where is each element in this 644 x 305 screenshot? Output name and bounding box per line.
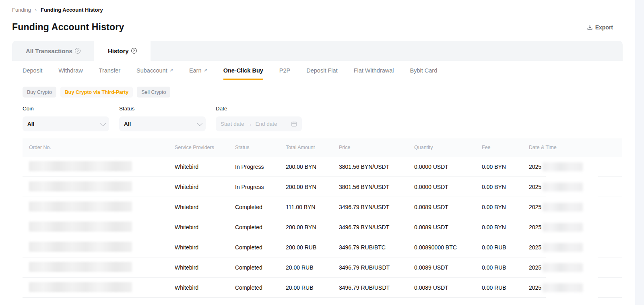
main-tab-strip: All Transactions ? History ?: [12, 41, 623, 61]
export-button[interactable]: Export: [587, 24, 613, 31]
table-column-header: Quantity: [414, 145, 482, 150]
table-column-header: Order No.: [23, 145, 175, 150]
subtab[interactable]: Deposit: [23, 61, 42, 80]
total-amount-cell: 111.00 BYN: [286, 204, 339, 210]
date-range-picker[interactable]: Start date → End date: [216, 116, 302, 131]
main-tab[interactable]: All Transactions ?: [12, 41, 94, 61]
service-provider-cell: Whitebird: [175, 204, 235, 210]
status-cell: In Progress: [235, 164, 286, 170]
subtab[interactable]: P2P: [279, 61, 290, 80]
external-link-icon: ↗: [169, 68, 173, 73]
arrow-right-icon: →: [248, 121, 252, 127]
fee-cell: 0.00 RUB: [482, 284, 529, 291]
breadcrumb-funding-link[interactable]: Funding: [12, 7, 31, 13]
breadcrumb-chevron-icon: ›: [35, 7, 37, 13]
subtab[interactable]: Deposit Fiat: [306, 61, 337, 80]
price-cell: 3496.79 RUB/USDT: [339, 284, 414, 291]
total-amount-cell: 200.00 BYN: [286, 224, 339, 230]
page-title: Funding Account History: [12, 22, 124, 33]
status-filter-label: Status: [119, 106, 206, 112]
help-icon: ?: [75, 48, 80, 54]
fee-cell: 0.00 BYN: [482, 224, 529, 230]
status-cell: Completed: [235, 224, 286, 230]
subtab[interactable]: Earn ↗: [189, 61, 207, 80]
table-row[interactable]: Whitebird Completed 20.00 RUB 3496.79 RU…: [23, 257, 622, 278]
table-column-header: Fee: [482, 145, 529, 150]
quantity-cell: 0.0089 USDT: [414, 284, 482, 291]
coin-filter-label: Coin: [23, 106, 109, 112]
help-icon: ?: [131, 48, 137, 54]
export-label: Export: [595, 24, 613, 31]
table-column-header: Status: [235, 145, 286, 150]
service-provider-cell: Whitebird: [175, 284, 235, 291]
table-row[interactable]: Whitebird Completed 200.00 BYN 3496.79 B…: [23, 217, 622, 237]
quantity-cell: 0.0089 USDT: [414, 204, 482, 210]
subtab[interactable]: Fiat Withdrawal: [354, 61, 394, 80]
redacted-order-no: [29, 222, 132, 232]
table-column-header: Service Providers: [175, 145, 235, 150]
fee-cell: 0.00 RUB: [482, 264, 529, 271]
fee-cell: 0.00 BYN: [482, 164, 529, 170]
table-row[interactable]: Whitebird In Progress 200.00 BYN 3801.56…: [23, 157, 622, 177]
quantity-cell: 0.0089 USDT: [414, 264, 482, 271]
date-time-cell: 2025: [529, 162, 622, 171]
redacted-order-no: [29, 242, 132, 252]
main-tab[interactable]: History ?: [94, 41, 151, 61]
buy-type-pill[interactable]: Buy Crypto via Third-Party: [60, 87, 133, 98]
chevron-down-icon: [100, 120, 106, 126]
redacted-date: [543, 183, 583, 191]
total-amount-cell: 20.00 RUB: [286, 284, 339, 291]
table-column-header: Total Amount: [286, 145, 339, 150]
redacted-date: [543, 203, 583, 212]
subtab[interactable]: Bybit Card: [410, 61, 438, 80]
total-amount-cell: 200.00 BYN: [286, 184, 339, 190]
date-time-cell: 2025: [529, 203, 622, 212]
subtab[interactable]: Subaccount ↗: [136, 61, 173, 80]
page-scroll-gutter[interactable]: [635, 0, 644, 305]
quantity-cell: 0.00890000 BTC: [414, 244, 482, 251]
redacted-order-no: [29, 181, 132, 191]
status-cell: Completed: [235, 284, 286, 291]
order-no-cell: [23, 201, 175, 213]
table-row[interactable]: Whitebird Completed 111.00 BYN 3496.79 B…: [23, 197, 622, 217]
redacted-date: [543, 223, 583, 232]
status-cell: Completed: [235, 264, 286, 271]
breadcrumb-current: Funding Account History: [41, 7, 103, 13]
service-provider-cell: Whitebird: [175, 244, 235, 251]
status-cell: Completed: [235, 204, 286, 210]
buy-type-pill[interactable]: Buy Crypto: [23, 87, 56, 98]
price-cell: 3496.79 BYN/USDT: [339, 224, 414, 230]
order-no-cell: [23, 262, 175, 273]
table-header-row: Order No. Service Providers Status Total…: [23, 138, 622, 157]
order-no-cell: [23, 282, 175, 293]
filters: Coin All Status All Date Start date → En…: [23, 106, 635, 131]
redacted-date: [543, 263, 583, 272]
external-link-icon: ↗: [204, 68, 207, 73]
end-date-input[interactable]: End date: [256, 121, 291, 127]
buy-type-pill[interactable]: Sell Crypto: [137, 87, 170, 98]
download-icon: [587, 24, 593, 30]
table-row[interactable]: Whitebird In Progress 200.00 BYN 3801.56…: [23, 177, 622, 197]
redacted-order-no: [29, 201, 132, 212]
fee-cell: 0.00 BYN: [482, 204, 529, 210]
subtab[interactable]: One-Click Buy: [223, 61, 263, 80]
redacted-order-no: [29, 262, 132, 272]
service-provider-cell: Whitebird: [175, 164, 235, 170]
redacted-date: [543, 243, 583, 252]
redacted-date: [543, 283, 583, 292]
breadcrumb: Funding › Funding Account History: [0, 0, 635, 13]
start-date-input[interactable]: Start date: [221, 121, 244, 127]
history-subtabs: Deposit Withdraw Transfer Subaccount ↗ E…: [12, 61, 623, 80]
coin-select[interactable]: All: [23, 116, 109, 131]
status-select[interactable]: All: [119, 116, 206, 131]
subtab[interactable]: Transfer: [99, 61, 120, 80]
funding-history-page: Funding › Funding Account History Fundin…: [0, 0, 635, 305]
redacted-order-no: [29, 161, 132, 171]
date-time-cell: 2025: [529, 223, 622, 232]
subtab[interactable]: Withdraw: [58, 61, 83, 80]
table-row[interactable]: Whitebird Completed 20.00 RUB 3496.79 RU…: [23, 278, 622, 298]
total-amount-cell: 200.00 BYN: [286, 164, 339, 170]
table-row[interactable]: Whitebird Completed 200.00 RUB 3496.79 R…: [23, 237, 622, 257]
order-no-cell: [23, 161, 175, 172]
status-cell: In Progress: [235, 184, 286, 190]
